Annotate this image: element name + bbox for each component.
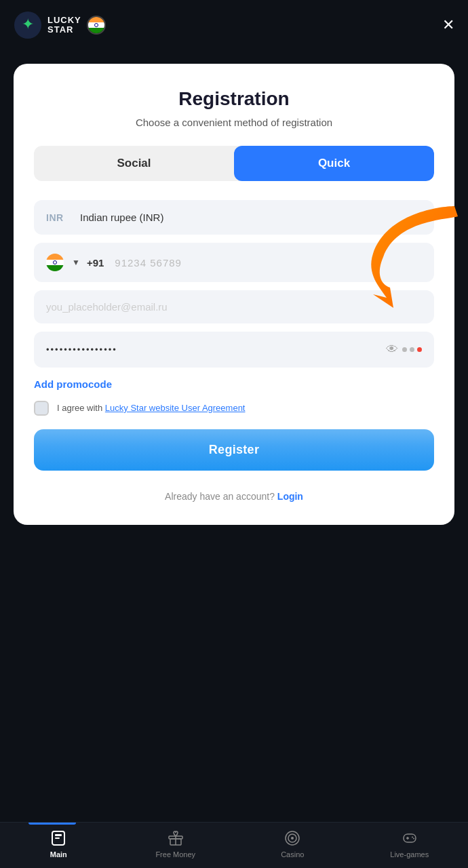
nav-label-casino: Casino bbox=[281, 850, 304, 859]
register-button[interactable]: Register bbox=[34, 429, 434, 471]
agreement-text: I agree with Lucky Star website User Agr… bbox=[57, 402, 245, 414]
lucky-star-logo-icon: ✦ bbox=[14, 11, 42, 39]
gamepad-icon bbox=[401, 829, 418, 847]
nav-item-casino[interactable]: Casino bbox=[269, 829, 316, 859]
email-placeholder-text: you_placeholder@email.ru bbox=[46, 301, 168, 313]
header: ✦ LUCKY STAR ✕ bbox=[0, 0, 468, 50]
phone-number-value: 91234 56789 bbox=[115, 257, 182, 269]
password-value: •••••••••••••••• bbox=[46, 344, 379, 355]
tab-social[interactable]: Social bbox=[34, 146, 234, 181]
svg-point-13 bbox=[412, 837, 413, 838]
content-area: Registration Choose a convenient method … bbox=[0, 50, 468, 822]
svg-rect-3 bbox=[55, 834, 62, 836]
logo-area: ✦ LUCKY STAR bbox=[14, 11, 106, 39]
svg-point-10 bbox=[291, 837, 294, 840]
eye-icon[interactable]: 👁 bbox=[386, 342, 398, 357]
casino-icon bbox=[284, 829, 301, 847]
password-icons: 👁 bbox=[386, 342, 422, 357]
add-promocode-link[interactable]: Add promocode bbox=[34, 378, 434, 390]
svg-text:✦: ✦ bbox=[22, 16, 34, 33]
chevron-down-icon: ⌄ bbox=[413, 211, 422, 224]
svg-rect-4 bbox=[55, 837, 60, 839]
currency-text: Indian rupee (INR) bbox=[80, 212, 406, 223]
phone-country-code: +91 bbox=[87, 257, 104, 269]
nav-item-free-money[interactable]: Free Money bbox=[152, 829, 199, 859]
country-flag[interactable] bbox=[87, 16, 106, 35]
logo-star: STAR bbox=[47, 25, 81, 35]
nav-item-main[interactable]: Main bbox=[35, 829, 82, 859]
logo-lucky: LUCKY bbox=[47, 16, 81, 25]
modal-wrapper: Registration Choose a convenient method … bbox=[14, 64, 454, 525]
dot-3 bbox=[417, 347, 422, 352]
bottom-nav: Main Free Money Casino Live-games bbox=[0, 822, 468, 868]
login-prefix: Already have an account? bbox=[165, 491, 275, 502]
registration-tabs: Social Quick bbox=[34, 146, 434, 181]
main-icon bbox=[50, 829, 67, 847]
nav-label-free-money: Free Money bbox=[155, 850, 195, 859]
nav-label-main: Main bbox=[50, 850, 67, 859]
currency-selector[interactable]: INR Indian rupee (INR) ⌄ bbox=[34, 200, 434, 235]
login-link[interactable]: Login bbox=[277, 491, 303, 502]
agreement-checkbox[interactable] bbox=[34, 401, 49, 416]
email-field[interactable]: you_placeholder@email.ru bbox=[34, 290, 434, 323]
modal-subtitle: Choose a convenient method of registrati… bbox=[34, 117, 434, 128]
nav-active-indicator bbox=[28, 823, 76, 825]
dot-2 bbox=[410, 347, 414, 352]
nav-label-live-games: Live-games bbox=[390, 850, 429, 859]
dot-1 bbox=[402, 347, 407, 352]
nav-item-live-games[interactable]: Live-games bbox=[386, 829, 433, 859]
phone-field[interactable]: ▼ +91 91234 56789 bbox=[34, 243, 434, 282]
tab-quick[interactable]: Quick bbox=[234, 146, 434, 181]
phone-flag bbox=[46, 254, 64, 271]
phone-dropdown-icon: ▼ bbox=[72, 258, 80, 267]
modal-title: Registration bbox=[34, 88, 434, 110]
svg-point-14 bbox=[413, 838, 414, 840]
currency-code-label: INR bbox=[46, 212, 73, 223]
logo-text: LUCKY STAR bbox=[47, 16, 81, 35]
login-row: Already have an account? Login bbox=[34, 491, 434, 502]
dots-menu[interactable] bbox=[402, 347, 422, 352]
registration-modal: Registration Choose a convenient method … bbox=[14, 64, 454, 525]
registration-form: INR Indian rupee (INR) ⌄ bbox=[34, 200, 434, 502]
gift-icon bbox=[167, 829, 184, 847]
agreement-prefix: I agree with bbox=[57, 403, 105, 413]
agreement-row: I agree with Lucky Star website User Agr… bbox=[34, 401, 434, 416]
close-button[interactable]: ✕ bbox=[442, 18, 454, 33]
password-field[interactable]: •••••••••••••••• 👁 bbox=[34, 332, 434, 368]
agreement-link[interactable]: Lucky Star website User Agreement bbox=[105, 403, 246, 413]
